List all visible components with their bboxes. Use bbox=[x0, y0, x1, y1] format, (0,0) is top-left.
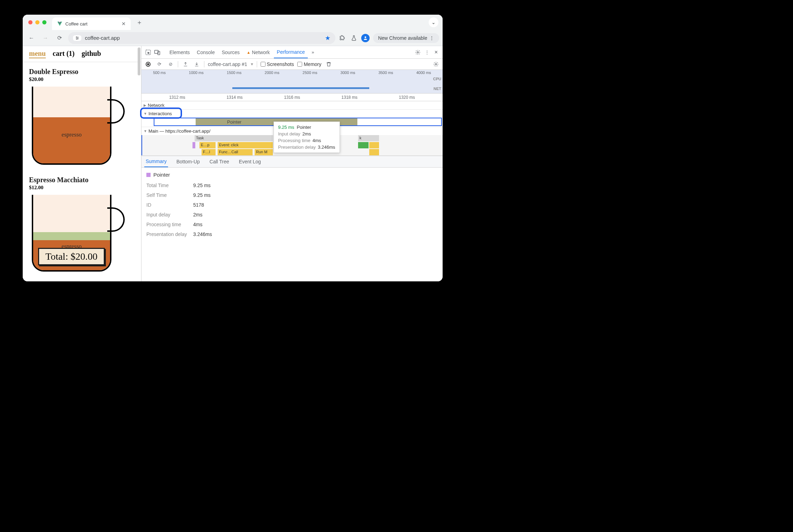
nav-menu[interactable]: menu bbox=[29, 50, 46, 58]
flame-task[interactable]: k bbox=[358, 135, 379, 141]
tab-console[interactable]: Console bbox=[194, 46, 217, 58]
kebab-icon: ⋮ bbox=[429, 35, 434, 41]
product-price: $12.00 bbox=[29, 185, 135, 191]
net-label: NET bbox=[434, 87, 441, 91]
address-bar[interactable]: coffee-cart.app ★ bbox=[68, 32, 335, 44]
flame-run[interactable]: Run M bbox=[255, 149, 273, 155]
tab-network[interactable]: Network bbox=[244, 46, 272, 58]
chevron-right-icon[interactable]: ▶ bbox=[144, 103, 146, 107]
interaction-bar[interactable]: Pointer bbox=[227, 119, 241, 125]
flame-bar[interactable] bbox=[358, 142, 369, 148]
svg-point-13 bbox=[435, 64, 437, 65]
flame-event[interactable]: E…p bbox=[199, 142, 216, 148]
coffee-cup-icon[interactable]: espresso bbox=[29, 195, 116, 251]
kebab-menu-icon[interactable]: ⋮ bbox=[423, 49, 431, 56]
cpu-label: CPU bbox=[433, 77, 441, 81]
cart-total-badge[interactable]: Total: $20.00 bbox=[38, 248, 105, 265]
tab-call-tree[interactable]: Call Tree bbox=[208, 156, 231, 167]
screenshots-checkbox[interactable]: Screenshots bbox=[261, 61, 294, 67]
page-content: menu cart (1) github Double Espresso $20… bbox=[23, 46, 141, 281]
site-settings-icon[interactable] bbox=[73, 35, 81, 41]
main-thread-track[interactable]: ▼Main — https://coffee-cart.app/ Task k … bbox=[141, 127, 443, 156]
timeline-overview[interactable]: 500 ms 1000 ms 1500 ms 2000 ms 2500 ms 3… bbox=[141, 70, 443, 94]
window-controls bbox=[23, 20, 52, 24]
browser-toolbar: ← → ⟳ coffee-cart.app ★ New Chrome avail… bbox=[23, 30, 443, 46]
tab-performance[interactable]: Performance bbox=[274, 46, 307, 58]
tab-elements[interactable]: Elements bbox=[167, 46, 192, 58]
flame-fl[interactable]: F…l bbox=[202, 149, 216, 155]
new-tab-button[interactable]: ＋ bbox=[136, 18, 143, 27]
summary-panel: Pointer Total Time9.25 ms Self Time9.25 … bbox=[141, 168, 443, 245]
product-card: Double Espresso $20.00 espresso bbox=[23, 62, 141, 167]
browser-window: Coffee cart ✕ ＋ ⌄ ← → ⟳ coffee-cart.app … bbox=[23, 15, 443, 281]
svg-point-6 bbox=[365, 36, 366, 38]
flame-func-call[interactable]: Func…Call bbox=[218, 149, 253, 155]
inspect-element-icon[interactable] bbox=[144, 49, 152, 56]
vue-favicon-icon bbox=[57, 21, 63, 27]
extensions-icon[interactable] bbox=[339, 35, 347, 41]
gc-icon[interactable] bbox=[325, 60, 333, 68]
network-track[interactable]: ▶Network bbox=[141, 101, 443, 110]
cup-label: espresso bbox=[33, 131, 110, 138]
nav-github[interactable]: github bbox=[82, 50, 101, 58]
performance-toolbar: ⟳ ⊘ coffee-cart.app #1 ▾ Screenshots Mem… bbox=[141, 59, 443, 70]
tab-title: Coffee cart bbox=[65, 21, 87, 27]
back-button[interactable]: ← bbox=[26, 33, 37, 43]
tab-summary[interactable]: Summary bbox=[144, 156, 168, 167]
titlebar: Coffee cart ✕ ＋ ⌄ bbox=[23, 15, 443, 30]
device-toolbar-icon[interactable] bbox=[153, 49, 161, 56]
cart-total-text: Total: $20.00 bbox=[45, 251, 97, 262]
dropdown-icon[interactable]: ▾ bbox=[251, 61, 253, 67]
product-card: Espresso Macchiato $12.00 espresso bbox=[23, 170, 141, 251]
settings-gear-icon[interactable] bbox=[414, 49, 422, 56]
maximize-window-button[interactable] bbox=[42, 20, 46, 24]
perf-settings-icon[interactable] bbox=[432, 60, 440, 68]
upload-icon[interactable] bbox=[182, 60, 189, 68]
flame-bar[interactable] bbox=[369, 142, 379, 148]
summary-title: Pointer bbox=[146, 172, 438, 178]
svg-point-3 bbox=[76, 37, 77, 37]
reload-record-button[interactable]: ⟳ bbox=[155, 60, 163, 68]
minimize-window-button[interactable] bbox=[35, 20, 39, 24]
page-scrollbar[interactable] bbox=[138, 47, 140, 75]
recording-target[interactable]: coffee-cart.app #1 bbox=[208, 61, 247, 67]
reload-button[interactable]: ⟳ bbox=[54, 33, 65, 43]
svg-point-10 bbox=[417, 52, 419, 53]
more-tabs-icon[interactable]: » bbox=[309, 49, 317, 56]
flame-bar[interactable] bbox=[369, 149, 379, 155]
url-text: coffee-cart.app bbox=[85, 35, 120, 41]
coffee-cup-icon[interactable]: espresso bbox=[29, 87, 116, 167]
nav-cart[interactable]: cart (1) bbox=[53, 50, 75, 58]
flame-task[interactable]: Task bbox=[195, 135, 273, 141]
chevron-down-icon[interactable]: ▼ bbox=[144, 129, 147, 133]
bookmark-star-icon[interactable]: ★ bbox=[325, 34, 330, 42]
clear-button[interactable]: ⊘ bbox=[167, 60, 174, 68]
page-nav: menu cart (1) github bbox=[23, 46, 141, 62]
labs-icon[interactable] bbox=[350, 35, 358, 41]
close-window-button[interactable] bbox=[28, 20, 32, 24]
record-button[interactable] bbox=[144, 60, 152, 68]
product-name: Double Espresso bbox=[29, 68, 135, 76]
devtools-panel: Elements Console Sources Network Perform… bbox=[141, 46, 443, 281]
tab-sources[interactable]: Sources bbox=[219, 46, 242, 58]
flame-event-click[interactable]: Event: click bbox=[218, 142, 273, 148]
devtools-tabs: Elements Console Sources Network Perform… bbox=[141, 46, 443, 59]
close-tab-icon[interactable]: ✕ bbox=[122, 21, 126, 27]
tab-bottom-up[interactable]: Bottom-Up bbox=[175, 156, 201, 167]
tab-overflow-icon[interactable]: ⌄ bbox=[429, 17, 438, 27]
svg-point-5 bbox=[77, 39, 77, 39]
svg-point-12 bbox=[147, 63, 149, 65]
profile-avatar-icon[interactable] bbox=[361, 34, 370, 42]
download-icon[interactable] bbox=[193, 60, 201, 68]
close-devtools-icon[interactable]: ✕ bbox=[432, 49, 440, 56]
flame-bar[interactable] bbox=[192, 142, 195, 148]
product-name: Espresso Macchiato bbox=[29, 176, 135, 184]
tab-event-log[interactable]: Event Log bbox=[238, 156, 262, 167]
hover-tooltip: 9.25 ms Pointer Input delay2ms Processin… bbox=[274, 121, 340, 153]
forward-button[interactable]: → bbox=[40, 33, 51, 43]
browser-tab[interactable]: Coffee cart ✕ bbox=[52, 17, 131, 30]
memory-checkbox[interactable]: Memory bbox=[297, 61, 321, 67]
chrome-update-chip[interactable]: New Chrome available ⋮ bbox=[373, 33, 439, 43]
product-price: $20.00 bbox=[29, 76, 135, 82]
timeline-ruler[interactable]: 1312 ms 1314 ms 1316 ms 1318 ms 1320 ms bbox=[141, 94, 443, 101]
